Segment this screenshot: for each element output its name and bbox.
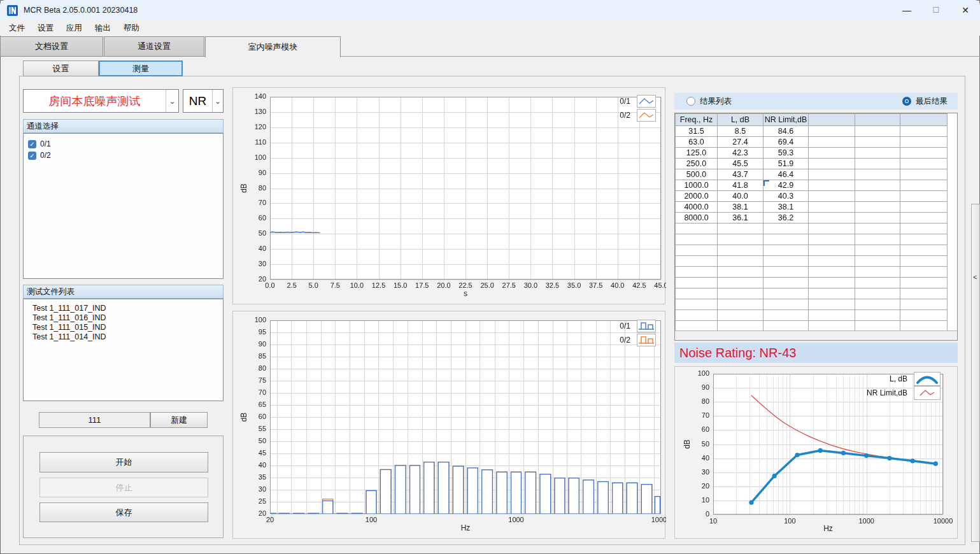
table-cell	[809, 321, 855, 332]
table-cell	[855, 159, 900, 169]
main-tab-1[interactable]: 通道设置	[104, 36, 204, 57]
list-item[interactable]: Test 1_111_015_IND	[24, 323, 223, 332]
radio-last-result[interactable]	[902, 97, 911, 106]
legend-key-icon[interactable]	[637, 334, 656, 346]
checkbox-icon[interactable]: ✓	[28, 140, 36, 148]
table-cell	[855, 321, 900, 332]
table-cell: 40.3	[763, 191, 809, 202]
app-icon	[7, 5, 18, 16]
table-cell	[900, 299, 948, 310]
table-cell	[900, 288, 948, 299]
table-cell: 46.4	[763, 169, 809, 180]
table-cell	[900, 321, 948, 332]
table-header-empty-4	[855, 114, 900, 126]
table-cell	[855, 224, 900, 234]
checkbox-icon[interactable]: ✓	[28, 152, 36, 160]
menu-item-1[interactable]: 设置	[31, 21, 60, 36]
legend-key-icon[interactable]	[637, 320, 656, 332]
table-cell: 250.0	[676, 159, 718, 169]
table-cell: 125.0	[676, 148, 718, 159]
table-row: 8000.036.136.2	[676, 213, 948, 224]
start-button[interactable]: 开始	[39, 452, 208, 472]
collapse-panel-handle[interactable]: <	[971, 204, 980, 542]
table-cell	[900, 137, 948, 148]
table-cell	[855, 299, 900, 310]
table-cell: 38.1	[718, 202, 763, 213]
table-cell	[676, 224, 718, 234]
table-cell	[900, 213, 948, 224]
table-cell	[763, 299, 809, 310]
table-cell	[809, 288, 855, 299]
menu-item-2[interactable]: 应用	[60, 21, 89, 36]
table-cell: 8.5	[718, 126, 763, 137]
legend-label: 0/1	[602, 97, 630, 106]
legend-label: 0/1	[602, 322, 630, 330]
maximize-icon[interactable]: ☐	[921, 0, 951, 20]
table-cell	[809, 191, 855, 202]
radio-result-list-label: 结果列表	[700, 96, 732, 107]
table-cell: 42.3	[718, 148, 763, 159]
table-cell	[900, 202, 948, 213]
application-window: MCR Beta 2.05.0.001 20230418 — ☐ ✕ 文件设置应…	[0, 0, 980, 554]
channel-item-0/2[interactable]: ✓0/2	[24, 150, 223, 161]
legend-key-icon[interactable]	[637, 95, 656, 108]
test-type-select[interactable]: 房间本底噪声测试 ⌄	[23, 89, 179, 113]
channel-item-0/1[interactable]: ✓0/1	[24, 138, 223, 150]
table-cell	[718, 256, 763, 267]
chevron-down-icon[interactable]: ⌄	[212, 90, 223, 112]
table-cell	[900, 234, 948, 245]
table-cell	[855, 245, 900, 256]
table-row	[676, 321, 948, 332]
menu-item-0[interactable]: 文件	[3, 21, 31, 36]
table-row	[676, 234, 948, 245]
legend-key-icon[interactable]	[914, 372, 941, 386]
menu-item-3[interactable]: 输出	[89, 21, 117, 36]
menu-item-4[interactable]: 帮助	[117, 21, 146, 36]
table-cell	[855, 278, 900, 288]
table-cell	[676, 234, 718, 245]
close-icon[interactable]: ✕	[951, 0, 980, 20]
table-cell	[900, 169, 948, 180]
results-table: Freq., HzL, dBNR Limit,dB31.58.584.663.0…	[675, 113, 948, 332]
table-cell	[763, 224, 809, 234]
tab-settings[interactable]: 设置	[23, 60, 99, 76]
table-cell	[855, 310, 900, 321]
table-cell	[809, 213, 855, 224]
window-title: MCR Beta 2.05.0.001 20230418	[24, 6, 138, 15]
save-button[interactable]: 保存	[39, 502, 208, 522]
list-item[interactable]: Test 1_111_014_IND	[24, 332, 223, 342]
list-item[interactable]: Test 1_111_017_IND	[24, 304, 223, 313]
channel-select-header: 通道选择	[23, 119, 224, 133]
minimize-icon[interactable]: —	[892, 0, 921, 20]
chevron-down-icon[interactable]: ⌄	[166, 90, 178, 112]
nr-chart-legend: L, dBNR Limit,dB	[854, 372, 941, 400]
table-cell: 8000.0	[676, 213, 718, 224]
radio-result-list[interactable]	[686, 97, 695, 106]
table-cell	[718, 288, 763, 299]
noise-rating-value: Noise Rating: NR-43	[679, 346, 796, 360]
table-row: 1000.041.842.9	[676, 180, 948, 191]
legend-key-icon[interactable]	[914, 386, 941, 400]
table-cell: 40.0	[718, 191, 763, 202]
table-cell	[855, 256, 900, 267]
rating-select[interactable]: NR ⌄	[183, 89, 224, 113]
table-cell	[676, 321, 718, 332]
noise-rating-banner: Noise Rating: NR-43	[674, 343, 958, 363]
rating-value: NR	[183, 94, 212, 108]
new-button[interactable]: 新建	[150, 412, 208, 428]
legend-key-icon[interactable]	[637, 109, 656, 122]
list-item[interactable]: Test 1_111_016_IND	[24, 313, 223, 323]
table-cell	[763, 245, 809, 256]
table-cell	[809, 245, 855, 256]
table-cell	[900, 159, 948, 169]
file-name-input[interactable]: 111	[39, 412, 150, 428]
table-cell	[718, 245, 763, 256]
legend-entry-0-1: 0/1	[602, 94, 656, 108]
table-cell	[763, 310, 809, 321]
legend-label: L, dB	[854, 374, 907, 383]
main-tab-0[interactable]: 文档设置	[0, 36, 103, 57]
tab-measurement[interactable]: 测量	[99, 60, 183, 76]
main-tab-2[interactable]: 室内噪声模块	[205, 36, 341, 57]
table-header-empty-3	[809, 114, 855, 126]
table-cell: 27.4	[718, 137, 763, 148]
